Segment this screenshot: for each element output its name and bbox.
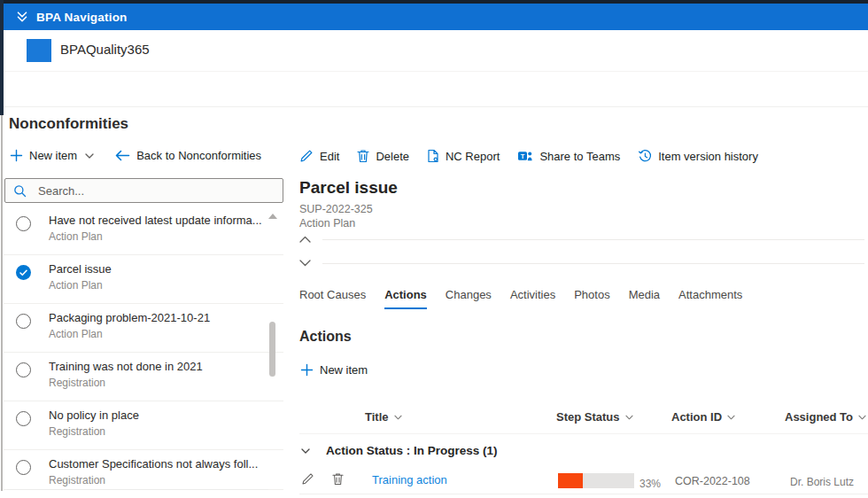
arrow-left-icon <box>115 150 130 161</box>
nc-report-button[interactable]: NC Report <box>427 149 500 163</box>
column-header-title[interactable]: Title <box>365 410 402 424</box>
back-to-nonconformities-button[interactable]: Back to Nonconformities <box>115 149 261 162</box>
column-header-assigned-to[interactable]: Assigned To <box>785 410 866 424</box>
edit-button[interactable]: Edit <box>299 149 339 163</box>
list-item[interactable]: Packaging problem-2021-10-21 Action Plan <box>4 304 283 353</box>
app-logo[interactable] <box>27 39 51 62</box>
group-collapse-chevron-icon[interactable] <box>301 448 310 454</box>
column-header-label: Assigned To <box>785 410 853 424</box>
section-rule <box>322 239 864 240</box>
list-item-selected[interactable]: Parcel issue Action Plan <box>4 255 283 304</box>
nonconformity-list: Have not received latest update informa.… <box>4 206 283 490</box>
column-header-action-id[interactable]: Action ID <box>671 410 735 424</box>
tab-media[interactable]: Media <box>629 288 660 309</box>
list-item-title: Have not received latest update informa.… <box>49 214 263 227</box>
list-item-title: Parcel issue <box>49 262 263 276</box>
list-item-subtitle: Registration <box>49 377 105 389</box>
double-chevron-down-icon[interactable] <box>16 11 28 23</box>
row-edit-pencil-icon[interactable] <box>301 472 314 486</box>
list-item[interactable]: Have not received latest update informa.… <box>4 206 283 255</box>
detail-command-bar: Edit Delete NC Report T Share to Teams I… <box>299 149 758 163</box>
list-item[interactable]: Training was not done in 2021 Registrati… <box>4 353 283 401</box>
nav-bar-title: BPA Navigation <box>36 11 128 24</box>
progress-percent-label: 33% <box>639 478 661 490</box>
chevron-down-icon <box>625 415 633 420</box>
chevron-down-icon <box>858 415 866 420</box>
scroll-up-arrow-icon[interactable] <box>268 214 277 219</box>
list-command-bar: New item Back to Nonconformities <box>10 149 261 162</box>
detail-title: Parcel issue <box>299 178 398 198</box>
radio-checked-icon[interactable] <box>16 265 31 280</box>
new-item-button[interactable]: New item <box>10 149 94 162</box>
new-item-label: New item <box>29 149 77 162</box>
app-window: BPA Navigation BPAQuality365 Nonconformi… <box>0 0 868 498</box>
tab-changes[interactable]: Changes <box>446 288 492 309</box>
column-header-label: Step Status <box>556 410 620 424</box>
item-version-history-label: Item version history <box>658 150 758 163</box>
radio-unchecked-icon[interactable] <box>16 314 31 329</box>
list-item-title: Customer Specifications not always foll.… <box>49 457 263 471</box>
plus-icon <box>300 363 314 377</box>
chevron-down-icon <box>727 415 735 420</box>
nc-report-label: NC Report <box>446 150 500 163</box>
page-title: Nonconformities <box>9 115 128 133</box>
list-item-title: Training was not done in 2021 <box>49 360 263 373</box>
trash-icon <box>357 149 369 163</box>
row-action-id: COR-2022-108 <box>675 475 750 487</box>
radio-unchecked-icon[interactable] <box>16 362 31 377</box>
chevron-down-icon[interactable] <box>299 260 311 267</box>
row-title-link[interactable]: Training action <box>372 473 447 486</box>
detail-category: Action Plan <box>299 217 355 230</box>
item-version-history-button[interactable]: Item version history <box>638 149 758 163</box>
header-divider <box>4 71 868 72</box>
radio-unchecked-icon[interactable] <box>16 411 31 426</box>
list-bottom-divider <box>7 489 268 490</box>
chevron-down-icon <box>394 415 402 420</box>
row-delete-trash-icon[interactable] <box>332 472 344 486</box>
chevron-up-icon[interactable] <box>299 236 311 243</box>
document-gear-icon <box>427 149 439 163</box>
progress-bar <box>558 473 634 488</box>
history-icon <box>638 149 652 163</box>
list-item-subtitle: Registration <box>49 425 105 438</box>
tab-photos[interactable]: Photos <box>574 288 609 309</box>
radio-unchecked-icon[interactable] <box>16 216 31 231</box>
search-icon <box>13 184 27 198</box>
svg-text:T: T <box>521 152 525 160</box>
actions-new-item-button[interactable]: New item <box>300 363 368 377</box>
detail-ref-id: SUP-2022-325 <box>299 203 373 215</box>
actions-new-item-wrapper: New item <box>300 363 368 377</box>
progress-fill <box>558 473 583 488</box>
teams-icon: T <box>517 149 533 163</box>
list-item-subtitle: Action Plan <box>49 328 103 340</box>
pencil-icon <box>299 149 314 163</box>
tab-attachments[interactable]: Attachments <box>678 288 742 309</box>
tab-root-causes[interactable]: Root Causes <box>299 288 366 309</box>
detail-tabs: Root Causes Actions Changes Activities P… <box>299 288 742 309</box>
row-assigned-to: Dr. Boris Lutz <box>790 476 854 488</box>
list-scrollbar[interactable] <box>269 322 275 377</box>
panel-left-edge <box>1 115 3 491</box>
share-to-teams-button[interactable]: T Share to Teams <box>517 149 620 163</box>
table-header-divider <box>299 433 868 434</box>
tab-actions[interactable]: Actions <box>384 288 427 309</box>
list-item-subtitle: Action Plan <box>49 279 103 292</box>
delete-button[interactable]: Delete <box>357 149 409 163</box>
section-rule-2 <box>322 263 864 264</box>
column-header-step-status[interactable]: Step Status <box>556 410 633 424</box>
list-item-title: No policy in place <box>49 409 263 422</box>
back-label: Back to Nonconformities <box>136 149 261 162</box>
share-to-teams-label: Share to Teams <box>539 150 620 163</box>
tab-activities[interactable]: Activities <box>510 288 555 309</box>
search-input[interactable] <box>36 183 275 198</box>
delete-label: Delete <box>376 150 409 163</box>
column-header-label: Action ID <box>671 410 722 424</box>
list-item[interactable]: Customer Specifications not always foll.… <box>4 450 283 490</box>
header-divider-2 <box>4 106 868 107</box>
radio-unchecked-icon[interactable] <box>16 460 31 475</box>
list-item[interactable]: No policy in place Registration <box>4 401 283 450</box>
list-item-title: Packaging problem-2021-10-21 <box>49 311 263 324</box>
plus-icon <box>10 149 23 162</box>
list-item-subtitle: Registration <box>49 474 105 486</box>
edit-label: Edit <box>320 150 339 163</box>
